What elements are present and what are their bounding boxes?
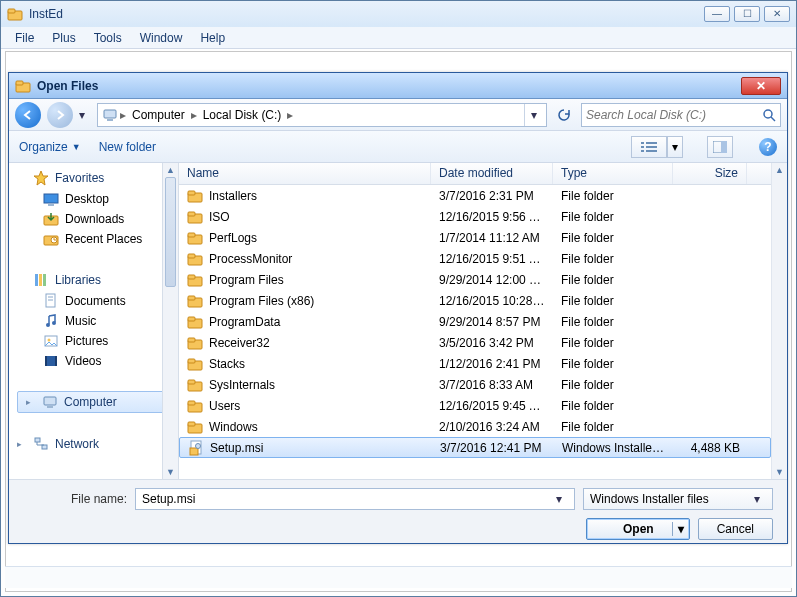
view-mode-icon[interactable] <box>631 136 667 158</box>
downloads-icon <box>43 211 59 227</box>
chevron-down-icon[interactable]: ▾ <box>550 492 568 506</box>
list-scrollbar[interactable]: ▲ ▼ <box>771 163 787 479</box>
file-row[interactable]: ISO12/16/2015 9:56 AMFile folder <box>179 206 771 227</box>
file-type: File folder <box>553 273 673 287</box>
file-row[interactable]: SysInternals3/7/2016 8:33 AMFile folder <box>179 374 771 395</box>
filename-input[interactable] <box>142 492 550 506</box>
file-type: Windows Installer ... <box>554 441 674 455</box>
menu-bar: File Plus Tools Window Help <box>1 27 796 49</box>
scroll-down-icon[interactable]: ▼ <box>772 465 787 479</box>
documents-icon <box>43 293 59 309</box>
nav-item-documents[interactable]: Documents <box>17 291 174 311</box>
column-date[interactable]: Date modified <box>431 163 553 184</box>
pictures-icon <box>43 333 59 349</box>
help-button[interactable]: ? <box>759 138 777 156</box>
svg-rect-64 <box>190 448 198 455</box>
preview-pane-button[interactable] <box>707 136 733 158</box>
file-row[interactable]: Installers3/7/2016 2:31 PMFile folder <box>179 185 771 206</box>
file-row[interactable]: Setup.msi3/7/2016 12:41 PMWindows Instal… <box>179 437 771 458</box>
search-input[interactable] <box>586 108 762 122</box>
breadcrumb-localdisk[interactable]: Local Disk (C:) <box>199 108 286 122</box>
maximize-button[interactable]: ☐ <box>734 6 760 22</box>
search-box[interactable] <box>581 103 781 127</box>
dialog-close-button[interactable]: ✕ <box>741 77 781 95</box>
search-icon[interactable] <box>762 108 776 122</box>
minimize-button[interactable]: — <box>704 6 730 22</box>
nav-scrollbar[interactable]: ▲ ▼ <box>162 163 178 479</box>
scroll-up-icon[interactable]: ▲ <box>772 163 787 177</box>
filename-label: File name: <box>23 492 127 506</box>
file-type: File folder <box>553 294 673 308</box>
column-type[interactable]: Type <box>553 163 673 184</box>
menu-help[interactable]: Help <box>192 29 233 47</box>
dialog-titlebar[interactable]: Open Files ✕ <box>9 73 787 99</box>
file-row[interactable]: Receiver323/5/2016 3:42 PMFile folder <box>179 332 771 353</box>
file-type-filter-label: Windows Installer files <box>590 492 748 506</box>
menu-tools[interactable]: Tools <box>86 29 130 47</box>
file-size: 4,488 KB <box>674 441 748 455</box>
column-name[interactable]: Name <box>179 163 431 184</box>
new-folder-button[interactable]: New folder <box>99 140 156 154</box>
breadcrumb-computer[interactable]: Computer <box>128 108 189 122</box>
breadcrumb-bar[interactable]: ▸ Computer ▸ Local Disk (C:) ▸ ▾ <box>97 103 547 127</box>
svg-rect-37 <box>35 438 40 442</box>
nav-libraries-header[interactable]: Libraries <box>17 269 174 291</box>
nav-history-dropdown[interactable]: ▾ <box>79 108 91 122</box>
menu-window[interactable]: Window <box>132 29 191 47</box>
menu-file[interactable]: File <box>7 29 42 47</box>
nav-item-music[interactable]: Music <box>17 311 174 331</box>
column-size[interactable]: Size <box>673 163 747 184</box>
file-row[interactable]: Windows2/10/2016 3:24 AMFile folder <box>179 416 771 437</box>
svg-rect-54 <box>188 338 195 342</box>
menu-plus[interactable]: Plus <box>44 29 83 47</box>
file-row[interactable]: ProcessMonitor12/16/2015 9:51 AMFile fol… <box>179 248 771 269</box>
view-mode-button[interactable]: ▾ <box>631 136 683 158</box>
nav-forward-button[interactable] <box>47 102 73 128</box>
breadcrumb-sep[interactable]: ▸ <box>191 108 197 122</box>
close-button[interactable]: ✕ <box>764 6 790 22</box>
view-mode-dropdown[interactable]: ▾ <box>667 136 683 158</box>
scroll-thumb[interactable] <box>165 177 176 287</box>
svg-rect-13 <box>646 150 657 152</box>
cancel-button-label: Cancel <box>717 522 754 536</box>
nav-item-videos[interactable]: Videos <box>17 351 174 371</box>
svg-rect-23 <box>39 274 42 286</box>
chevron-right-icon: ▸ <box>17 439 27 449</box>
chevron-down-icon[interactable]: ▾ <box>748 492 766 506</box>
file-date: 3/5/2016 3:42 PM <box>431 336 553 350</box>
nav-item-recent[interactable]: Recent Places <box>17 229 174 249</box>
chevron-down-icon[interactable]: ▾ <box>673 522 689 536</box>
nav-item-computer[interactable]: ▸ Computer <box>17 391 174 413</box>
svg-rect-46 <box>188 254 195 258</box>
organize-button[interactable]: Organize ▼ <box>19 140 81 154</box>
file-row[interactable]: Program Files9/29/2014 12:00 PMFile fold… <box>179 269 771 290</box>
app-title: InstEd <box>29 7 704 21</box>
nav-favorites-header[interactable]: Favorites <box>17 167 174 189</box>
file-name: Receiver32 <box>209 336 270 350</box>
open-button[interactable]: Open ▾ <box>586 518 690 540</box>
file-row[interactable]: PerfLogs1/7/2014 11:12 AMFile folder <box>179 227 771 248</box>
nav-item-downloads[interactable]: Downloads <box>17 209 174 229</box>
file-list-pane: Name Date modified Type Size Installers3… <box>179 163 787 479</box>
svg-rect-60 <box>188 401 195 405</box>
file-row[interactable]: ProgramData9/29/2014 8:57 PMFile folder <box>179 311 771 332</box>
refresh-button[interactable] <box>553 104 575 126</box>
file-type-filter[interactable]: Windows Installer files ▾ <box>583 488 773 510</box>
filename-combobox[interactable]: ▾ <box>135 488 575 510</box>
scroll-down-icon[interactable]: ▼ <box>163 465 178 479</box>
file-date: 2/10/2016 3:24 AM <box>431 420 553 434</box>
cancel-button[interactable]: Cancel <box>698 518 773 540</box>
breadcrumb-sep[interactable]: ▸ <box>287 108 293 122</box>
app-titlebar[interactable]: InstEd — ☐ ✕ <box>1 1 796 27</box>
file-type: File folder <box>553 315 673 329</box>
nav-back-button[interactable] <box>15 102 41 128</box>
nav-item-desktop[interactable]: Desktop <box>17 189 174 209</box>
nav-item-network[interactable]: ▸ Network <box>17 433 174 455</box>
breadcrumb-sep[interactable]: ▸ <box>120 108 126 122</box>
breadcrumb-dropdown[interactable]: ▾ <box>524 104 542 126</box>
file-row[interactable]: Users12/16/2015 9:45 AMFile folder <box>179 395 771 416</box>
file-row[interactable]: Program Files (x86)12/16/2015 10:28 ...F… <box>179 290 771 311</box>
nav-item-pictures[interactable]: Pictures <box>17 331 174 351</box>
scroll-up-icon[interactable]: ▲ <box>163 163 178 177</box>
file-row[interactable]: Stacks1/12/2016 2:41 PMFile folder <box>179 353 771 374</box>
